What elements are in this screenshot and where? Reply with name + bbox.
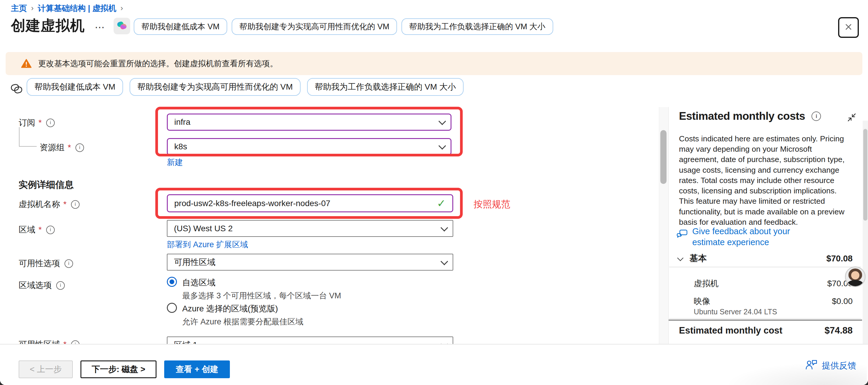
copilot-button[interactable] [114,18,130,34]
copilot-outline-icon [10,82,23,96]
chevron-down-icon [438,118,446,125]
radio-azure-selected-zones[interactable]: Azure 选择的区域(预览版) [167,303,278,314]
region-dropdown[interactable]: (US) West US 2 [167,220,453,237]
create-new-resource-group-link[interactable]: 新建 [167,157,183,168]
cost-item-amount: $0.00 [832,297,852,306]
chip-right-vm-size[interactable]: 帮助我为工作负载选择正确的 VM 大小 [307,78,464,96]
info-icon[interactable] [56,281,65,290]
cost-item-virtual-machine: 虚拟机 $70.08 [694,278,852,289]
subscription-label: 订阅 [19,117,35,128]
radio-description: 允许 Azure 根据需要分配最佳区域 [182,316,304,327]
radio-unselected-icon [167,303,177,313]
region-value: (US) West US 2 [174,224,233,233]
more-options-icon[interactable]: ⋯ [95,21,106,33]
vm-name-label: 虚拟机名称 [19,199,60,210]
availability-options-label: 可用性选项 [19,258,60,269]
cost-total-amount: $74.88 [825,325,852,336]
chip-high-availability-vm[interactable]: 帮助我创建专为实现高可用性而优化的 VM [130,78,301,96]
region-label: 区域 [19,224,35,235]
chevron-right-icon: › [120,4,123,13]
breadcrumb-virtual-machines[interactable]: 计算基础结构 | 虚拟机 [38,3,117,13]
cost-item-image: 映像 $0.00 [694,296,852,307]
required-asterisk: * [68,143,71,152]
required-asterisk: * [38,225,42,234]
previous-button[interactable]: < 上一步 [19,360,73,378]
vm-name-value: prod-usw2-k8s-freeleaps-worker-nodes-07 [174,199,331,208]
chip-low-cost-vm[interactable]: 帮助我创建低成本 VM [27,78,123,96]
resource-group-value: k8s [174,142,187,151]
cost-group-amount: $70.08 [826,254,852,263]
estimate-feedback-link[interactable]: Give feedback about your estimate experi… [676,226,824,248]
radio-label: 自选区域 [182,277,215,288]
review-create-button[interactable]: 查看 + 创建 [164,360,230,378]
info-icon[interactable] [46,119,55,127]
hierarchy-connector-line [19,127,37,147]
close-button[interactable] [838,17,859,38]
cost-group-label: 基本 [690,253,707,264]
chevron-down-icon [677,255,683,261]
breadcrumb-home[interactable]: 主页 [11,3,27,13]
resource-group-dropdown[interactable]: k8s [167,138,452,155]
cost-group-basics[interactable]: 基本 $70.08 [678,253,852,264]
chip-right-vm-size[interactable]: 帮助我为工作负载选择正确的 VM 大小 [401,18,553,35]
cost-total-label: Estimated monthly cost [679,325,782,336]
subscription-value: infra [174,118,190,127]
radio-self-selected-zones[interactable]: 自选区域 [167,277,215,288]
info-icon[interactable] [75,143,84,152]
required-asterisk: * [63,200,67,209]
deploy-extended-zone-link[interactable]: 部署到 Azure 扩展区域 [167,239,248,250]
divider [669,318,861,319]
cost-total-row: Estimated monthly cost $74.88 [679,325,852,336]
chevron-down-icon [440,224,448,231]
resource-group-label-row: 资源组 * [40,142,84,153]
required-asterisk: * [38,118,42,127]
divider-strong [668,320,862,321]
give-feedback-link[interactable]: 提供反馈 [805,359,856,372]
warning-icon [21,59,32,68]
feedback-bubbles-icon [676,229,688,248]
section-title-instance-details: 实例详细信息 [19,179,74,191]
annotation-text: 按照规范 [474,198,510,211]
panel-scrollbar-thumb[interactable] [863,129,867,221]
copilot-icon [117,20,127,32]
info-icon[interactable] [811,111,821,121]
vm-name-input[interactable]: prod-usw2-k8s-freeleaps-worker-nodes-07 … [167,194,453,212]
page-title: 创建虚拟机 [11,16,85,35]
valid-check-icon: ✓ [437,197,446,210]
cost-item-label: 虚拟机 [694,278,719,289]
footer-bar: < 上一步 下一步: 磁盘 > 查看 + 创建 提供反馈 [0,344,868,385]
close-icon [844,23,853,33]
cost-panel-title-row: Estimated monthly costs [679,110,821,122]
resource-group-label: 资源组 [40,142,64,153]
radio-selected-icon [167,277,177,287]
footer-buttons: < 上一步 下一步: 磁盘 > 查看 + 创建 [19,360,230,378]
chip-low-cost-vm[interactable]: 帮助我创建低成本 VM [134,18,227,35]
person-feedback-icon [805,359,818,372]
copilot-suggestions-inline: 帮助我创建低成本 VM 帮助我创建专为实现高可用性而优化的 VM 帮助我为工作负… [27,78,464,96]
chevron-right-icon: › [31,4,34,13]
availability-options-dropdown[interactable]: 可用性区域 [167,254,453,270]
radio-description: 最多选择 3 个可用性区域，每个区域一台 VM [182,290,341,301]
warning-text: 更改基本选项可能会重置所做的选择。创建虚拟机前查看所有选项。 [38,58,278,69]
chevron-down-icon [438,142,446,149]
zone-options-label-row: 区域选项 [19,280,65,291]
chevron-down-icon [440,258,448,265]
give-feedback-text: 提供反馈 [822,360,856,372]
cost-item-sublabel: Ubuntu Server 24.04 LTS [694,308,777,316]
subscription-label-row: 订阅 * [19,117,55,128]
assistant-avatar[interactable] [845,266,866,287]
availability-options-value: 可用性区域 [174,257,215,268]
chip-high-availability-vm[interactable]: 帮助我创建专为实现高可用性而优化的 VM [231,18,397,35]
info-icon[interactable] [64,259,73,268]
next-disks-button[interactable]: 下一步: 磁盘 > [81,360,156,378]
info-icon[interactable] [71,200,80,209]
breadcrumb: 主页 › 计算基础结构 | 虚拟机 › [11,3,123,13]
main-scrollbar-thumb[interactable] [660,130,666,184]
zone-options-label: 区域选项 [19,280,52,291]
info-icon[interactable] [46,226,55,234]
subscription-dropdown[interactable]: infra [167,114,452,131]
warning-banner: 更改基本选项可能会重置所做的选择。创建虚拟机前查看所有选项。 [6,52,862,75]
estimate-feedback-text: Give feedback about your estimate experi… [692,226,823,248]
collapse-panel-icon[interactable] [847,113,857,124]
cost-item-label: 映像 [694,296,710,307]
